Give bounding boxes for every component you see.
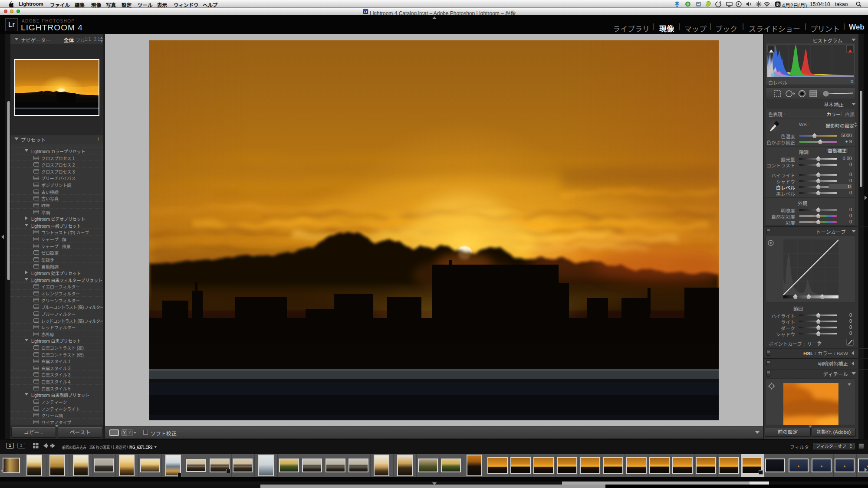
svg-text:あ: あ — [776, 1, 780, 7]
svg-text:Lr: Lr — [364, 10, 367, 13]
